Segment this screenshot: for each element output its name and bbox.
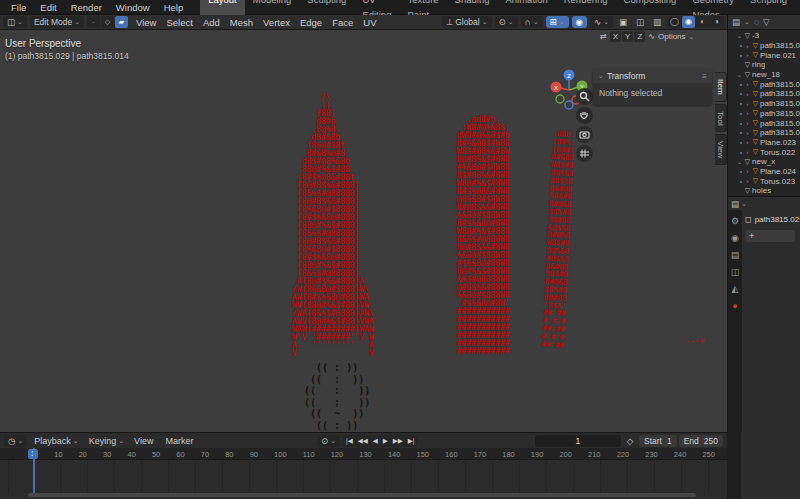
outliner-item-label[interactable]: ring	[752, 60, 765, 69]
expander-icon[interactable]: ⌄	[736, 32, 743, 39]
timeline-menu-item[interactable]: Keying⌄	[84, 436, 129, 446]
timeline-editor-button[interactable]: ◷ ⌄	[4, 435, 27, 447]
outliner-row[interactable]: ● › ▽ path3815.0	[728, 41, 800, 51]
tower-wireframe-mesh-1[interactable]: .ad8#b. :W8#@%&8$: dW8#@%&8$#b 8#%&@8$#W…	[447, 116, 510, 356]
viewport-menu-item[interactable]: Select	[161, 15, 197, 30]
tower-wireframe-mesh-2[interactable]: .d8b. :8#%: j8@#t 8#&88 W8$#8 8@%&8 #8$%…	[532, 129, 575, 349]
app-menu-item[interactable]: Render	[64, 2, 109, 13]
timeline-menu-item[interactable]: View	[129, 436, 160, 446]
frame-ruler[interactable]: 1102030405060708090100110120130140150160…	[0, 448, 727, 460]
outliner-item-label[interactable]: path3815.0	[760, 80, 800, 89]
outliner-item-label[interactable]: Torus.023	[760, 177, 795, 186]
auto-keying-button[interactable]: ⊙ ⌄	[317, 435, 340, 447]
outliner-row[interactable]: ● › ▽ path3815.0	[728, 128, 800, 138]
outliner-row[interactable]: ● › ▽ path3815.0	[728, 118, 800, 128]
timeline-menu-item[interactable]: Marker	[160, 436, 200, 446]
outliner-row[interactable]: ▽ holes	[728, 186, 800, 196]
gizmo-x-axis[interactable]: X	[554, 85, 558, 91]
expander-icon[interactable]: ›	[744, 139, 751, 145]
viewport-menu-item[interactable]: Edge	[295, 15, 327, 30]
gizmo-neg-y-axis[interactable]	[556, 95, 564, 103]
properties-tab[interactable]: ◫	[731, 267, 740, 277]
outliner-item-label[interactable]: path3815.0	[760, 109, 800, 118]
shading-mode-button[interactable]: ◉	[682, 16, 695, 28]
outliner-item-label[interactable]: new_18	[752, 70, 780, 79]
mode-dropdown[interactable]: Edit Mode ⌄	[30, 16, 84, 28]
transport-button[interactable]: ◀	[371, 436, 380, 446]
frame-tick[interactable]: 170	[474, 450, 487, 459]
mirror-axis-button[interactable]: Y	[622, 31, 633, 42]
app-menu-item[interactable]: Window	[109, 2, 157, 13]
gizmo-z-axis[interactable]: Z	[567, 73, 571, 79]
timeline-menu-item[interactable]: Playback⌄	[29, 436, 83, 446]
transform-panel-header[interactable]: ⌄ Transform ≡	[593, 69, 712, 83]
frame-tick[interactable]: 100	[274, 450, 287, 459]
frame-tick[interactable]: 120	[331, 450, 344, 459]
viewport-3d[interactable]: User Perspective (1) path3815.029 | path…	[0, 30, 727, 432]
outliner-item-label[interactable]: holes	[752, 186, 771, 195]
camera-view-button[interactable]	[576, 126, 593, 143]
transport-button[interactable]: ▶	[381, 436, 390, 446]
options-dropdown[interactable]: Options	[658, 32, 686, 41]
frame-tick[interactable]: 250	[702, 450, 715, 459]
expander-icon[interactable]: ›	[744, 178, 751, 184]
frame-tick[interactable]: 30	[103, 450, 111, 459]
outliner-item-label[interactable]: path3815.0	[760, 41, 800, 50]
properties-tab[interactable]: ▤	[731, 250, 740, 260]
pivot-point-button[interactable]: ⊙⌄	[495, 16, 518, 28]
expander-icon[interactable]: ›	[744, 91, 751, 97]
viewport-menu-item[interactable]: View	[131, 15, 161, 30]
transport-button[interactable]: ▶▶	[391, 436, 405, 446]
add-button[interactable]: +	[745, 230, 795, 242]
keyframe-icon[interactable]: ◇	[623, 435, 637, 447]
outliner-search-icon[interactable]: ◌	[754, 17, 759, 27]
properties-tab[interactable]: ⚙	[731, 216, 739, 226]
select-mode-button[interactable]: ◇	[101, 16, 114, 28]
outliner-row[interactable]: ⌄ ▽ new_x	[728, 157, 800, 167]
outliner-row[interactable]: ● › ▽ Torus.023	[728, 176, 800, 186]
frame-tick[interactable]: 220	[617, 450, 630, 459]
snap-with-button[interactable]: ⊞⌄	[546, 16, 569, 28]
pan-view-button[interactable]	[576, 107, 593, 124]
frame-tick[interactable]: 70	[201, 450, 209, 459]
outliner-item-label[interactable]: path3815.0	[760, 89, 800, 98]
outliner-item-label[interactable]: path3815.0	[760, 128, 800, 137]
falloff-icon[interactable]: ∿	[648, 32, 655, 41]
app-menu-item[interactable]: Edit	[33, 2, 63, 13]
outliner-filter-icon[interactable]: ▽	[763, 17, 770, 27]
orientation-dropdown[interactable]: ⊥ Global ⌄	[442, 16, 492, 28]
current-frame-field[interactable]: 1	[535, 435, 621, 447]
viewport-menu-item[interactable]: UV	[358, 15, 381, 30]
frame-tick[interactable]: 240	[674, 450, 687, 459]
transport-button[interactable]: ▶|	[406, 436, 417, 446]
perspective-toggle-button[interactable]	[576, 145, 593, 162]
timeline-tracks[interactable]	[0, 460, 727, 494]
expander-icon[interactable]: ›	[744, 168, 751, 174]
shading-mode-button[interactable]: ◑	[710, 16, 723, 28]
sidebar-tab[interactable]: Item	[715, 72, 727, 102]
viewport-menu-item[interactable]: Vertex	[258, 15, 295, 30]
outliner-display-mode-button[interactable]: ▤	[732, 17, 740, 27]
frame-tick[interactable]: 50	[152, 450, 160, 459]
show-overlays-button[interactable]: ◫	[633, 16, 647, 28]
outliner-item-label[interactable]: Plane.024	[760, 167, 796, 176]
expander-icon[interactable]: ›	[744, 130, 751, 136]
shading-mode-button[interactable]: ◐	[696, 16, 709, 28]
xray-toggle-button[interactable]: ▥	[650, 16, 664, 28]
expander-icon[interactable]: ›	[744, 101, 751, 107]
expander-icon[interactable]: ›	[744, 149, 751, 155]
outliner-row[interactable]: ● › ▽ Torus.022	[728, 147, 800, 157]
outliner-row[interactable]: ● › ▽ Plane.024	[728, 167, 800, 177]
shading-mode-button[interactable]: ◯	[668, 16, 681, 28]
expander-icon[interactable]: ›	[744, 52, 751, 58]
viewport-menu-item[interactable]: Face	[327, 15, 358, 30]
mirror-axis-button[interactable]: X	[610, 31, 621, 42]
sidebar-tab[interactable]: View	[715, 134, 727, 165]
frame-tick[interactable]: 200	[559, 450, 572, 459]
exhaust-ascii-art[interactable]: (( : )) (( : )) (( : )) (( ; )) (( ~ )) …	[298, 362, 370, 432]
outliner-item-label[interactable]: path3815.0	[760, 99, 800, 108]
expander-icon[interactable]: ⌄	[736, 71, 743, 78]
expander-icon[interactable]: ›	[744, 81, 751, 87]
frame-tick[interactable]: 90	[250, 450, 258, 459]
expander-icon[interactable]: ⌄	[736, 158, 743, 165]
